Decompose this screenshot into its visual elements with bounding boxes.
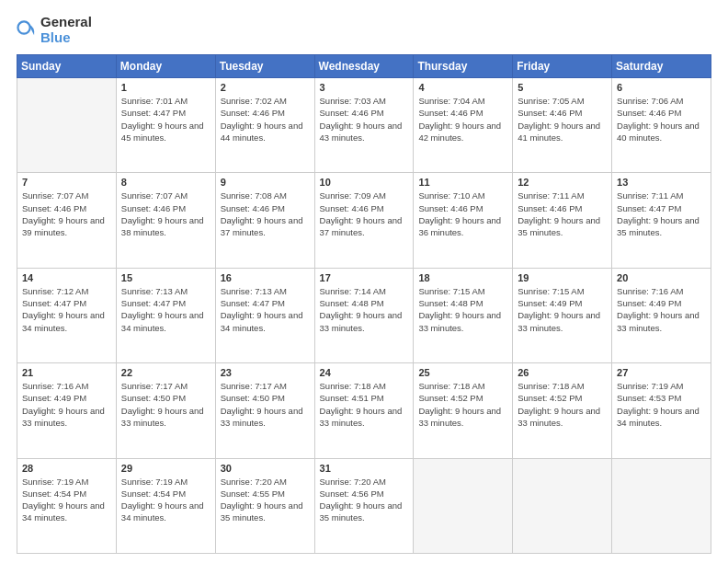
day-info: Sunrise: 7:18 AMSunset: 4:52 PMDaylight:… [418,380,507,429]
calendar-cell: 25Sunrise: 7:18 AMSunset: 4:52 PMDayligh… [414,363,513,458]
calendar-cell: 12Sunrise: 7:11 AMSunset: 4:46 PMDayligh… [513,173,612,268]
calendar-cell: 9Sunrise: 7:08 AMSunset: 4:46 PMDaylight… [215,173,314,268]
calendar-cell: 11Sunrise: 7:10 AMSunset: 4:46 PMDayligh… [414,173,513,268]
calendar-cell: 19Sunrise: 7:15 AMSunset: 4:49 PMDayligh… [513,268,612,362]
day-info: Sunrise: 7:10 AMSunset: 4:46 PMDaylight:… [418,190,507,238]
day-number: 2 [221,82,310,93]
day-info: Sunrise: 7:19 AMSunset: 4:54 PMDaylight:… [22,476,111,524]
day-info: Sunrise: 7:11 AMSunset: 4:47 PMDaylight:… [617,190,706,238]
calendar-cell: 22Sunrise: 7:17 AMSunset: 4:50 PMDayligh… [116,363,215,458]
calendar-cell: 4Sunrise: 7:04 AMSunset: 4:46 PMDaylight… [414,78,513,173]
day-number: 12 [518,177,607,188]
day-number: 11 [418,177,507,188]
header: General Blue [17,15,711,45]
weekday-header-sunday: Sunday [17,55,117,78]
day-number: 24 [320,367,409,378]
calendar-cell: 8Sunrise: 7:07 AMSunset: 4:46 PMDaylight… [116,173,215,268]
day-number: 7 [22,177,111,188]
calendar-cell: 17Sunrise: 7:14 AMSunset: 4:48 PMDayligh… [314,268,414,362]
day-number: 29 [121,463,210,474]
day-number: 22 [121,367,210,378]
day-info: Sunrise: 7:09 AMSunset: 4:46 PMDaylight:… [320,190,409,238]
day-number: 30 [221,463,310,474]
calendar-cell: 29Sunrise: 7:19 AMSunset: 4:54 PMDayligh… [116,458,215,553]
day-number: 19 [518,272,607,283]
day-info: Sunrise: 7:18 AMSunset: 4:52 PMDaylight:… [518,380,607,429]
day-info: Sunrise: 7:05 AMSunset: 4:46 PMDaylight:… [518,95,607,144]
day-number: 4 [418,82,507,93]
day-number: 27 [617,367,706,378]
calendar-cell: 31Sunrise: 7:20 AMSunset: 4:56 PMDayligh… [314,458,414,553]
calendar-table: SundayMondayTuesdayWednesdayThursdayFrid… [17,54,711,554]
calendar-cell: 23Sunrise: 7:17 AMSunset: 4:50 PMDayligh… [215,363,314,458]
calendar-cell: 15Sunrise: 7:13 AMSunset: 4:47 PMDayligh… [116,268,215,362]
day-info: Sunrise: 7:06 AMSunset: 4:46 PMDaylight:… [617,95,706,144]
calendar-week-2: 7Sunrise: 7:07 AMSunset: 4:46 PMDaylight… [17,173,711,268]
day-number: 20 [617,272,706,283]
calendar-cell: 18Sunrise: 7:15 AMSunset: 4:48 PMDayligh… [414,268,513,362]
day-info: Sunrise: 7:13 AMSunset: 4:47 PMDaylight:… [221,285,310,334]
logo-icon [17,20,37,40]
calendar-cell: 28Sunrise: 7:19 AMSunset: 4:54 PMDayligh… [17,458,117,553]
day-info: Sunrise: 7:11 AMSunset: 4:46 PMDaylight:… [518,190,607,238]
calendar-cell: 26Sunrise: 7:18 AMSunset: 4:52 PMDayligh… [513,363,612,458]
day-number: 18 [418,272,507,283]
day-info: Sunrise: 7:17 AMSunset: 4:50 PMDaylight:… [221,380,310,429]
calendar-cell: 5Sunrise: 7:05 AMSunset: 4:46 PMDaylight… [513,78,612,173]
logo-text: General Blue [40,15,92,45]
day-number: 3 [320,82,409,93]
day-info: Sunrise: 7:12 AMSunset: 4:47 PMDaylight:… [22,285,111,334]
day-info: Sunrise: 7:17 AMSunset: 4:50 PMDaylight:… [121,380,210,429]
calendar-cell: 20Sunrise: 7:16 AMSunset: 4:49 PMDayligh… [612,268,711,362]
calendar-week-5: 28Sunrise: 7:19 AMSunset: 4:54 PMDayligh… [17,458,711,553]
weekday-header-thursday: Thursday [414,55,513,78]
day-info: Sunrise: 7:02 AMSunset: 4:46 PMDaylight:… [221,95,310,144]
day-number: 10 [320,177,409,188]
day-info: Sunrise: 7:16 AMSunset: 4:49 PMDaylight:… [617,285,706,334]
weekday-header-tuesday: Tuesday [215,55,314,78]
day-number: 6 [617,82,706,93]
calendar-cell [17,78,117,173]
day-number: 17 [320,272,409,283]
calendar-cell: 14Sunrise: 7:12 AMSunset: 4:47 PMDayligh… [17,268,117,362]
weekday-header-saturday: Saturday [612,55,711,78]
day-info: Sunrise: 7:19 AMSunset: 4:54 PMDaylight:… [121,476,210,524]
calendar-cell [612,458,711,553]
calendar-cell: 13Sunrise: 7:11 AMSunset: 4:47 PMDayligh… [612,173,711,268]
calendar-header: SundayMondayTuesdayWednesdayThursdayFrid… [17,55,711,78]
weekday-header-row: SundayMondayTuesdayWednesdayThursdayFrid… [17,55,711,78]
day-number: 14 [22,272,111,283]
calendar-cell: 10Sunrise: 7:09 AMSunset: 4:46 PMDayligh… [314,173,414,268]
calendar-cell: 24Sunrise: 7:18 AMSunset: 4:51 PMDayligh… [314,363,414,458]
day-number: 5 [518,82,607,93]
weekday-header-monday: Monday [116,55,215,78]
day-info: Sunrise: 7:08 AMSunset: 4:46 PMDaylight:… [221,190,310,238]
day-info: Sunrise: 7:15 AMSunset: 4:48 PMDaylight:… [418,285,507,334]
day-number: 9 [221,177,310,188]
day-info: Sunrise: 7:15 AMSunset: 4:49 PMDaylight:… [518,285,607,334]
day-number: 8 [121,177,210,188]
day-info: Sunrise: 7:19 AMSunset: 4:53 PMDaylight:… [617,380,706,429]
calendar-cell: 6Sunrise: 7:06 AMSunset: 4:46 PMDaylight… [612,78,711,173]
day-number: 15 [121,272,210,283]
day-number: 23 [221,367,310,378]
calendar-cell [414,458,513,553]
day-info: Sunrise: 7:04 AMSunset: 4:46 PMDaylight:… [418,95,507,144]
day-number: 21 [22,367,111,378]
calendar-cell: 2Sunrise: 7:02 AMSunset: 4:46 PMDaylight… [215,78,314,173]
calendar-cell: 27Sunrise: 7:19 AMSunset: 4:53 PMDayligh… [612,363,711,458]
day-number: 16 [221,272,310,283]
day-number: 31 [320,463,409,474]
calendar-week-4: 21Sunrise: 7:16 AMSunset: 4:49 PMDayligh… [17,363,711,458]
day-number: 1 [121,82,210,93]
calendar-cell: 16Sunrise: 7:13 AMSunset: 4:47 PMDayligh… [215,268,314,362]
day-number: 25 [418,367,507,378]
calendar-body: 1Sunrise: 7:01 AMSunset: 4:47 PMDaylight… [17,78,711,554]
day-info: Sunrise: 7:13 AMSunset: 4:47 PMDaylight:… [121,285,210,334]
calendar-cell [513,458,612,553]
logo: General Blue [17,15,92,45]
svg-point-0 [17,21,29,33]
day-info: Sunrise: 7:07 AMSunset: 4:46 PMDaylight:… [22,190,111,238]
day-info: Sunrise: 7:20 AMSunset: 4:55 PMDaylight:… [221,476,310,524]
calendar-cell: 3Sunrise: 7:03 AMSunset: 4:46 PMDaylight… [314,78,414,173]
